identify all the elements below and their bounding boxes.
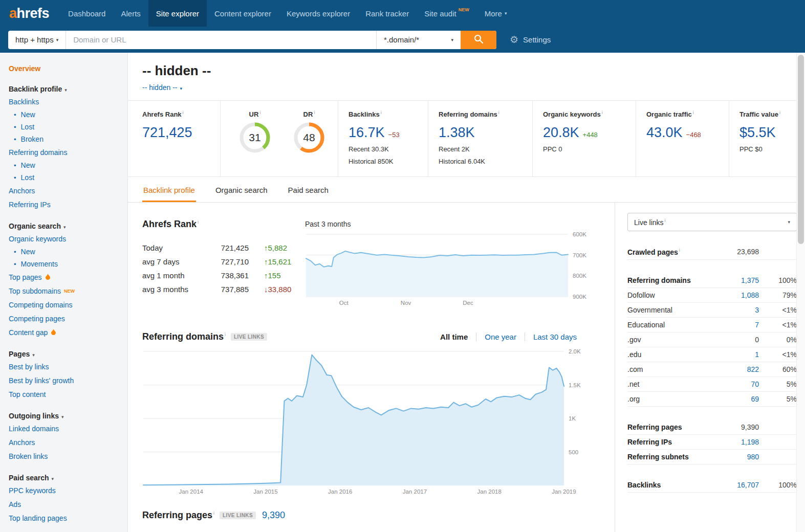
stat-value[interactable]: 7 (719, 321, 759, 329)
ahrefs-logo[interactable]: ahrefs (9, 6, 49, 21)
sidebar-item-top-content[interactable]: Top content (9, 387, 122, 401)
svg-text:Jan 2015: Jan 2015 (253, 489, 277, 495)
range-one-year[interactable]: One year (476, 332, 525, 341)
stat-value[interactable]: 3 (719, 306, 759, 314)
sidebar-item-new[interactable]: •New (9, 246, 122, 258)
sidebar-item-new[interactable]: •New (9, 159, 122, 171)
sidebar-item-best-by-links-growth[interactable]: Best by links' growth (9, 373, 122, 387)
info-icon[interactable]: i (225, 332, 226, 337)
sidebar-item-top-landing-pages[interactable]: Top landing pages (9, 511, 122, 525)
referring-domains-chart: 2.0K1.5K1K500Jan 2014Jan 2015Jan 2016Jan… (142, 347, 588, 497)
stat-value[interactable]: 70 (719, 380, 759, 388)
stat-percent: 100% (759, 481, 797, 489)
tab-organic-search[interactable]: Organic search (214, 178, 269, 202)
scrollbar-thumb[interactable] (798, 55, 804, 244)
sidebar-item-competing-pages[interactable]: Competing pages (9, 312, 122, 325)
stat-value[interactable]: 1 (719, 350, 759, 359)
stats-row-com: .com82260% (627, 362, 797, 377)
stats-row-dofollow: Dofollow1,08879% (627, 288, 797, 303)
tab-backlink-profile[interactable]: Backlink profile (142, 178, 196, 202)
stat-value[interactable]: 980 (719, 453, 759, 461)
sidebar-item-outgoing-links[interactable]: Outgoing links▾ (9, 410, 122, 422)
svg-text:900K: 900K (573, 294, 586, 300)
top-navigation: ahrefs DashboardAlertsSite explorerConte… (0, 0, 805, 27)
stat-value[interactable]: 16,707 (719, 481, 759, 489)
info-icon: i (779, 110, 780, 115)
search-bar: http + https▾ *.domain/*▾ ⚙ Settings (0, 27, 805, 53)
metric-value: $5.5K (739, 125, 776, 140)
info-icon[interactable]: i (213, 511, 214, 516)
stat-value[interactable]: 1,198 (719, 438, 759, 446)
stat-value[interactable]: 822 (719, 365, 759, 373)
nav-item-site-explorer[interactable]: Site explorer (148, 0, 207, 27)
sidebar-item-broken[interactable]: •Broken (9, 133, 122, 145)
metric-traffic-value: Traffic valuei$5.5KPPC $0 (729, 101, 805, 176)
sidebar-item-referring-domains[interactable]: Referring domains (9, 145, 122, 159)
protocol-dropdown[interactable]: http + https▾ (8, 31, 66, 49)
metric-organic-traffic: Organic traffici43.0K−468 (636, 101, 729, 176)
info-icon: i (498, 110, 499, 115)
mode-dropdown[interactable]: *.domain/*▾ (376, 31, 461, 49)
stats-row-referring-domains: Referring domains1,375100% (627, 273, 797, 288)
sidebar-item-content-gap[interactable]: Content gap (9, 325, 122, 339)
sidebar-item-best-by-links[interactable]: Best by links (9, 360, 122, 373)
sidebar-item-anchors[interactable]: Anchors (9, 184, 122, 197)
sidebar-item-lost[interactable]: •Lost (9, 171, 122, 184)
chevron-down-icon: ▾ (52, 476, 54, 481)
referring-pages-count[interactable]: 9,390 (262, 510, 285, 521)
nav-item-dashboard[interactable]: Dashboard (60, 0, 113, 27)
chevron-down-icon: ▾ (180, 86, 182, 91)
nav-item-keywords-explorer[interactable]: Keywords explorer (279, 0, 358, 27)
chevron-down-icon: ▾ (788, 219, 790, 225)
tab-paid-search[interactable]: Paid search (287, 178, 330, 202)
sidebar-item-ads[interactable]: Ads (9, 497, 122, 511)
page-subtitle-dropdown[interactable]: -- hidden --▾ (142, 83, 182, 92)
nav-item-rank-tracker[interactable]: Rank tracker (358, 0, 417, 27)
stat-value[interactable]: 1,375 (719, 276, 759, 284)
live-links-select[interactable]: Live linksi ▾ (627, 213, 797, 231)
settings-button[interactable]: ⚙ Settings (510, 35, 551, 45)
stats-row-referring-pages: Referring pages9,390 (627, 420, 797, 435)
stat-percent: 79% (759, 291, 797, 299)
sidebar-item-pages[interactable]: Pages▾ (9, 348, 122, 360)
sidebar-item-backlink-profile[interactable]: Backlink profile▾ (9, 83, 122, 95)
sidebar-item-overview[interactable]: Overview (9, 63, 122, 74)
sidebar-item-backlinks[interactable]: Backlinks (9, 95, 122, 108)
sidebar-item-top-subdomains[interactable]: Top subdomainsNEW (9, 284, 122, 298)
sidebar-item-organic-search[interactable]: Organic search▾ (9, 220, 122, 232)
sidebar-item-paid-search[interactable]: Paid search▾ (9, 472, 122, 483)
rank-change: ↑5,882 (249, 241, 291, 255)
stat-percent: 60% (759, 365, 797, 373)
sidebar-item-lost[interactable]: •Lost (9, 121, 122, 133)
vertical-scrollbar[interactable] (796, 53, 805, 532)
sidebar-item-movements[interactable]: •Movements (9, 258, 122, 270)
sidebar-item-linked-domains[interactable]: Linked domains (9, 422, 122, 435)
stats-row-educational: Educational7<1% (627, 318, 797, 332)
range-last-30-days[interactable]: Last 30 days (525, 332, 585, 341)
sidebar-item-anchors[interactable]: Anchors (9, 435, 122, 449)
nav-item-more[interactable]: More▾ (477, 0, 515, 27)
metric-subtext: Historical 6.04K (439, 158, 525, 165)
stat-value[interactable]: 1,088 (719, 291, 759, 299)
sidebar-item-organic-keywords[interactable]: Organic keywords (9, 232, 122, 246)
domain-url-input[interactable] (66, 31, 376, 49)
range-all-time[interactable]: All time (432, 332, 476, 341)
sidebar-item-competing-domains[interactable]: Competing domains (9, 298, 122, 312)
nav-item-site-audit[interactable]: Site auditNEW (417, 0, 477, 27)
info-icon: i (314, 110, 315, 115)
stat-value[interactable]: 69 (719, 395, 759, 403)
info-icon[interactable]: i (198, 219, 199, 225)
sidebar-item-ppc-keywords[interactable]: PPC keywords (9, 483, 122, 497)
nav-item-content-explorer[interactable]: Content explorer (207, 0, 279, 27)
search-button[interactable] (461, 31, 496, 49)
sidebar-item-top-pages[interactable]: Top pages (9, 270, 122, 284)
sidebar-item-new[interactable]: •New (9, 108, 122, 121)
sidebar-item-referring-ips[interactable]: Referring IPs (9, 197, 122, 211)
ahrefs-rank-section: Ahrefs Ranki Today721,425↑5,882avg 7 day… (142, 219, 615, 310)
svg-text:2.0K: 2.0K (569, 348, 581, 354)
nav-item-alerts[interactable]: Alerts (113, 0, 148, 27)
stat-value: 0 (719, 336, 759, 344)
referring-domains-section: Referring domainsi LIVE LINKS All timeOn… (142, 331, 615, 497)
svg-text:31: 31 (249, 131, 260, 143)
sidebar-item-broken-links[interactable]: Broken links (9, 449, 122, 463)
